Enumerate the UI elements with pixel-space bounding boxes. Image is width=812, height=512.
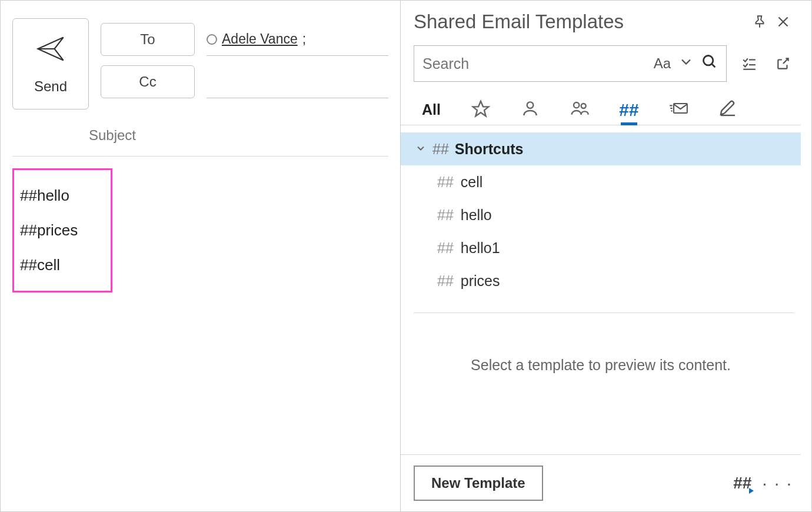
- search-icon[interactable]: [701, 54, 718, 74]
- people-icon: [570, 99, 589, 121]
- recipient-suffix: ;: [302, 31, 306, 47]
- chevron-down-icon[interactable]: [678, 54, 694, 74]
- svg-point-4: [704, 56, 713, 65]
- hash-icon: ##: [437, 207, 454, 224]
- preview-placeholder: Select a template to preview its content…: [401, 313, 801, 397]
- compose-top: Send To Adele Vance; Cc: [12, 18, 388, 109]
- template-item[interactable]: ## hello: [401, 198, 801, 231]
- templates-pane: Shared Email Templates Aa: [401, 1, 811, 511]
- tab-personal[interactable]: [517, 95, 543, 125]
- send-label: Send: [34, 78, 67, 95]
- template-item[interactable]: ## hello1: [401, 231, 801, 264]
- compose-pane: Send To Adele Vance; Cc Subject: [1, 1, 401, 511]
- to-row: To Adele Vance;: [101, 18, 388, 61]
- cc-button[interactable]: Cc: [101, 65, 195, 98]
- search-controls: Aa: [654, 54, 718, 74]
- match-case-button[interactable]: Aa: [654, 55, 671, 72]
- tab-team[interactable]: [567, 95, 593, 125]
- person-icon: [521, 99, 540, 121]
- star-icon: [471, 99, 490, 121]
- group-shortcuts[interactable]: ## Shortcuts: [401, 132, 801, 165]
- hash-icon: ##: [619, 100, 638, 120]
- template-list: ## Shortcuts ## cell ## hello ## hello1 …: [401, 125, 801, 313]
- presence-icon: [207, 34, 217, 45]
- template-name: cell: [461, 174, 483, 191]
- recipient-chip[interactable]: Adele Vance: [222, 31, 298, 47]
- template-item[interactable]: ## prices: [401, 264, 801, 297]
- body-shortcut: ##cell: [20, 248, 105, 282]
- pencil-icon: [718, 99, 737, 121]
- search-row: Aa: [401, 39, 801, 82]
- manage-button[interactable]: [737, 52, 761, 75]
- compose-body[interactable]: ##hello ##prices ##cell: [12, 157, 388, 292]
- svg-point-11: [527, 102, 534, 108]
- search-input[interactable]: [422, 55, 654, 72]
- cc-row: Cc: [101, 61, 388, 103]
- to-input-line[interactable]: Adele Vance;: [207, 23, 388, 56]
- tab-all[interactable]: All: [418, 95, 444, 125]
- new-template-button[interactable]: New Template: [414, 466, 543, 501]
- tab-bar: All ##: [401, 82, 801, 125]
- app-root: Send To Adele Vance; Cc Subject: [0, 0, 812, 512]
- address-fields: To Adele Vance; Cc: [101, 18, 388, 109]
- search-box: Aa: [414, 45, 727, 82]
- open-external-button[interactable]: [771, 52, 795, 75]
- mail-send-icon: [669, 99, 688, 121]
- body-shortcut: ##prices: [20, 213, 105, 248]
- svg-line-9: [783, 58, 788, 64]
- highlight-box: ##hello ##prices ##cell: [12, 168, 112, 292]
- hash-icon: ##: [432, 141, 449, 158]
- svg-point-13: [581, 104, 586, 108]
- tab-mail[interactable]: [665, 95, 691, 125]
- template-name: hello: [461, 207, 492, 224]
- templates-header: Shared Email Templates: [401, 6, 801, 39]
- send-icon: [35, 34, 66, 68]
- subject-label: Subject: [12, 127, 212, 144]
- tab-edit[interactable]: [715, 95, 741, 125]
- tab-shortcuts[interactable]: ##: [616, 95, 642, 125]
- templates-footer: New Template ## · · ·: [401, 454, 801, 511]
- subject-row[interactable]: Subject: [12, 114, 388, 157]
- to-button[interactable]: To: [101, 23, 195, 56]
- template-name: prices: [461, 272, 500, 290]
- more-button[interactable]: · · ·: [762, 473, 793, 493]
- group-name: Shortcuts: [455, 141, 524, 158]
- tab-favorites[interactable]: [468, 95, 494, 125]
- svg-point-12: [574, 102, 579, 108]
- hash-icon: ##: [437, 240, 454, 257]
- insert-shortcut-button[interactable]: ##: [733, 474, 751, 493]
- close-button[interactable]: [771, 10, 795, 34]
- chevron-down-icon: [415, 141, 427, 158]
- templates-title: Shared Email Templates: [414, 11, 748, 33]
- hash-icon: ##: [437, 272, 454, 290]
- send-button[interactable]: Send: [12, 18, 89, 109]
- svg-marker-10: [473, 101, 489, 116]
- pin-button[interactable]: [748, 10, 771, 34]
- template-item[interactable]: ## cell: [401, 165, 801, 198]
- body-shortcut: ##hello: [20, 178, 105, 213]
- cc-input-line[interactable]: [207, 65, 388, 98]
- svg-line-5: [712, 64, 716, 68]
- template-name: hello1: [461, 240, 500, 257]
- hash-icon: ##: [437, 174, 454, 191]
